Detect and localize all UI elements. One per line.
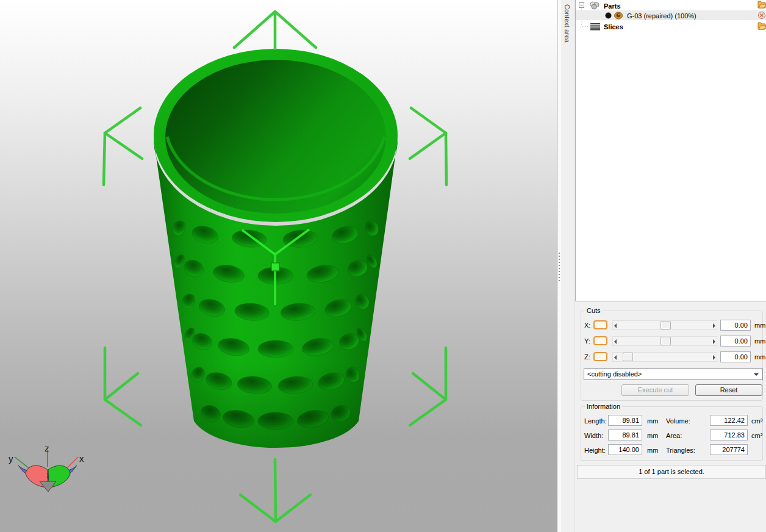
cut-y-label: Y:: [584, 337, 590, 345]
volume-label: Volume:: [666, 417, 690, 425]
open-folder-icon[interactable]: [757, 1, 766, 9]
cut-y-unit: mm: [754, 337, 765, 345]
axis-gizmo: y z x: [9, 443, 84, 492]
triangles-value: 207774: [710, 444, 748, 455]
scale-arrow-upper-left[interactable]: [104, 108, 142, 185]
manipulator-handle: [271, 263, 279, 271]
scale-arrow-lower-left[interactable]: [105, 348, 141, 425]
model-part-g03[interactable]: [154, 49, 398, 448]
collapse-expander-icon[interactable]: −: [579, 2, 584, 8]
cut-z-slider[interactable]: [612, 352, 717, 362]
parts-group-icon: [589, 1, 600, 10]
width-value: 89.81: [608, 430, 642, 440]
height-label: Height:: [584, 447, 606, 454]
area-value: 712.83: [710, 430, 748, 440]
triangles-label: Triangles:: [666, 447, 695, 454]
axis-y-label: y: [9, 453, 13, 464]
selection-status-bar: 1 of 1 part is selected.: [577, 465, 766, 479]
width-label: Width:: [584, 432, 603, 439]
execute-cut-button[interactable]: Execute cut: [621, 384, 689, 396]
cut-x-unit: mm: [754, 322, 765, 329]
context-panel: Context area − Parts: [561, 0, 766, 532]
context-area-strip[interactable]: Context area: [561, 0, 575, 532]
status-text: 1 of 1 part is selected.: [639, 468, 704, 475]
open-folder-icon[interactable]: [757, 22, 766, 31]
remove-part-icon[interactable]: [758, 12, 765, 19]
part-item-label: G-03 (repaired) (100%): [627, 11, 696, 21]
parts-tree[interactable]: − Parts: [575, 0, 766, 301]
information-title: Information: [585, 403, 622, 410]
3d-viewport[interactable]: y z x: [0, 0, 557, 532]
cut-z-slider-thumb[interactable]: [623, 353, 633, 361]
tree-row-slices[interactable]: Slices: [576, 21, 766, 31]
height-value: 140.00: [608, 444, 642, 455]
cut-z-plane-button[interactable]: [593, 352, 607, 361]
axis-x-label: x: [79, 453, 84, 464]
volume-value: 122.42: [710, 415, 748, 426]
cut-y-slider[interactable]: [612, 336, 717, 346]
part-status-icon: [605, 12, 612, 19]
splitter-grip[interactable]: [559, 253, 560, 282]
slider-right-arrow[interactable]: [709, 353, 717, 361]
cuts-title: Cuts: [585, 307, 603, 314]
cut-x-label: X:: [584, 322, 590, 329]
height-unit: mm: [647, 447, 658, 454]
cut-z-value[interactable]: 0.00: [720, 351, 751, 362]
slices-label: Slices: [604, 22, 623, 32]
length-value: 89.81: [608, 415, 642, 426]
cut-y-slider-thumb[interactable]: [660, 337, 671, 345]
area-unit: cm²: [751, 432, 762, 439]
reset-button[interactable]: Reset: [695, 384, 762, 396]
chevron-down-icon: [754, 373, 759, 376]
slider-left-arrow[interactable]: [613, 353, 620, 361]
cylinder-opening: [165, 60, 386, 214]
3d-scene: y z x: [0, 0, 557, 532]
volume-unit: cm³: [751, 417, 762, 425]
tree-row-part-g03[interactable]: G-03 (repaired) (100%): [576, 10, 766, 20]
slider-left-arrow[interactable]: [613, 321, 620, 329]
application-window: y z x Context area − Parts: [0, 0, 766, 532]
scale-arrow-lower-right[interactable]: [410, 348, 446, 425]
cut-x-slider-thumb[interactable]: [660, 321, 671, 329]
slider-right-arrow[interactable]: [709, 321, 717, 329]
tree-row-parts[interactable]: − Parts: [576, 1, 766, 10]
slices-icon: [590, 23, 601, 31]
cut-x-plane-button[interactable]: [593, 320, 607, 329]
slider-right-arrow[interactable]: [709, 337, 717, 345]
cut-x-value[interactable]: 0.00: [720, 320, 751, 331]
cut-z-unit: mm: [754, 353, 765, 361]
axis-y-line: [15, 457, 29, 468]
cut-x-slider[interactable]: [612, 320, 717, 330]
scale-arrow-top[interactable]: [234, 12, 316, 49]
context-area-label: Context area: [564, 4, 571, 43]
length-unit: mm: [647, 417, 658, 425]
cutting-mode-dropdown[interactable]: <cutting disabled>: [584, 368, 763, 380]
cut-z-label: Z:: [584, 353, 590, 361]
cutting-mode-value: <cutting disabled>: [587, 370, 642, 378]
visibility-eye-icon[interactable]: [614, 12, 623, 20]
width-unit: mm: [647, 432, 658, 439]
scale-arrow-upper-right[interactable]: [410, 108, 446, 185]
cut-y-plane-button[interactable]: [593, 336, 607, 345]
scale-arrow-bottom[interactable]: [240, 459, 310, 522]
length-label: Length:: [584, 417, 607, 425]
cut-y-value[interactable]: 0.00: [720, 336, 751, 347]
axis-z-label: z: [45, 443, 49, 453]
area-label: Area:: [666, 432, 682, 439]
parts-label: Parts: [604, 1, 621, 11]
slider-left-arrow[interactable]: [613, 337, 620, 345]
